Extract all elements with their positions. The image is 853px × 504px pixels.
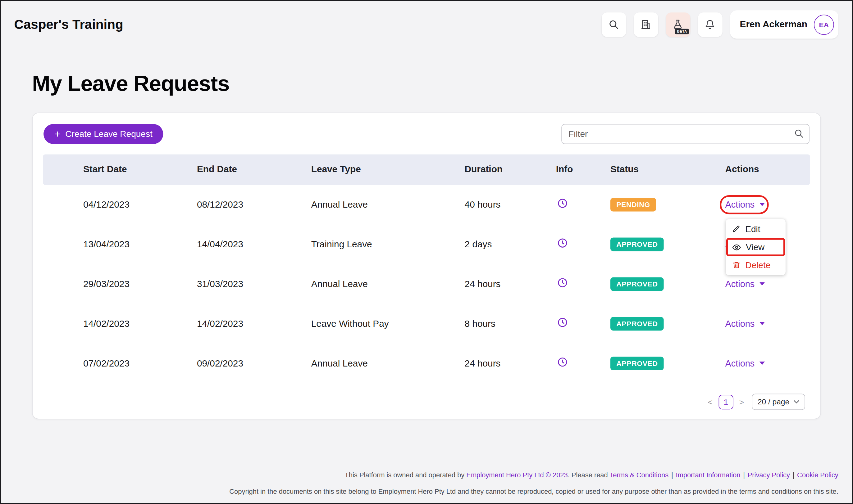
cell-end-date: 08/12/2023 — [197, 199, 311, 210]
actions-label: Actions — [725, 319, 754, 329]
cell-leave-type: Leave Without Pay — [311, 319, 465, 329]
prev-page-button[interactable]: < — [708, 397, 713, 407]
status-badge: APPROVED — [610, 238, 664, 251]
beta-badge: BETA — [675, 29, 689, 34]
view-eye-icon — [732, 243, 741, 251]
status-badge: APPROVED — [610, 357, 664, 370]
header-info: Info — [556, 164, 610, 175]
actions-dropdown-trigger[interactable]: Actions — [725, 199, 765, 210]
header-status: Status — [610, 164, 725, 175]
user-menu[interactable]: Eren Ackerman EA — [730, 10, 838, 38]
create-leave-request-button[interactable]: + Create Leave Request — [43, 124, 163, 144]
caret-down-icon — [760, 203, 765, 206]
actions-label: Actions — [725, 279, 754, 289]
menu-item-label: Edit — [745, 224, 760, 234]
header-duration: Duration — [465, 164, 556, 175]
top-bar-right: BETA Eren Ackerman EA — [602, 10, 838, 38]
cell-leave-type: Annual Leave — [311, 199, 465, 210]
cell-leave-type: Training Leave — [311, 239, 465, 250]
footer-line-2: Copyright in the documents on this site … — [229, 483, 838, 500]
info-clock-icon[interactable] — [556, 357, 568, 367]
header-actions: Actions — [725, 164, 810, 175]
filter-input[interactable] — [561, 124, 810, 144]
caret-down-icon — [760, 282, 765, 286]
cell-start-date: 29/03/2023 — [43, 279, 197, 290]
cell-end-date: 14/02/2023 — [197, 319, 311, 329]
table-row: 29/03/2023 31/03/2023 Annual Leave 24 ho… — [43, 264, 810, 304]
cell-end-date: 31/03/2023 — [197, 279, 311, 290]
actions-label: Actions — [725, 199, 754, 210]
cell-start-date: 14/02/2023 — [43, 319, 197, 329]
search-button[interactable] — [602, 12, 626, 37]
cell-end-date: 09/02/2023 — [197, 358, 311, 369]
delete-trash-icon — [732, 261, 740, 269]
privacy-policy-link[interactable]: Privacy Policy — [748, 471, 790, 479]
organisation-button[interactable] — [634, 12, 658, 37]
table-row: 04/12/2023 08/12/2023 Annual Leave 40 ho… — [43, 185, 810, 225]
caret-down-icon — [760, 322, 765, 325]
menu-item-delete[interactable]: Delete — [726, 256, 786, 274]
footer-text: This Platform is owned and operated by — [345, 471, 466, 479]
building-icon — [641, 19, 651, 30]
info-clock-icon[interactable] — [556, 198, 568, 209]
cell-leave-type: Annual Leave — [311, 279, 465, 290]
app-title: Casper's Training — [14, 17, 123, 32]
cell-end-date: 14/04/2023 — [197, 239, 311, 250]
info-clock-icon[interactable] — [556, 277, 568, 288]
cell-duration: 24 hours — [465, 279, 556, 290]
terms-conditions-link[interactable]: Terms & Conditions — [609, 471, 668, 479]
company-link[interactable]: Employment Hero Pty Ltd © 2023 — [466, 471, 568, 479]
top-bar: Casper's Training BETA Eren Ackerman EA — [1, 1, 852, 48]
menu-item-label: View — [746, 242, 764, 252]
info-clock-icon[interactable] — [556, 238, 568, 249]
caret-down-icon — [760, 362, 765, 365]
menu-item-view[interactable]: View — [726, 238, 786, 256]
footer-separator: | — [671, 471, 673, 479]
leave-requests-table: Start Date End Date Leave Type Duration … — [43, 155, 810, 383]
cell-duration: 24 hours — [465, 358, 556, 369]
menu-item-edit[interactable]: Edit — [726, 220, 786, 238]
table-row: 07/02/2023 09/02/2023 Annual Leave 24 ho… — [43, 344, 810, 383]
table-header-row: Start Date End Date Leave Type Duration … — [43, 155, 810, 185]
cell-duration: 8 hours — [465, 319, 556, 329]
cell-start-date: 04/12/2023 — [43, 199, 197, 210]
cell-start-date: 07/02/2023 — [43, 358, 197, 369]
bell-icon — [705, 19, 716, 30]
footer-text: . Please read — [568, 471, 610, 479]
info-clock-icon[interactable] — [556, 317, 568, 328]
user-name: Eren Ackerman — [740, 19, 807, 30]
leave-requests-card: + Create Leave Request Start Date End Da… — [32, 113, 821, 419]
actions-dropdown-menu: Edit View Delete — [726, 219, 786, 275]
flask-icon — [673, 19, 683, 30]
menu-item-label: Delete — [745, 260, 770, 270]
footer-separator: | — [743, 471, 745, 479]
search-icon — [609, 19, 620, 30]
cookie-policy-link[interactable]: Cookie Policy — [797, 471, 838, 479]
actions-dropdown-trigger[interactable]: Actions — [725, 319, 765, 329]
header-start-date: Start Date — [43, 164, 197, 175]
actions-dropdown-trigger[interactable]: Actions — [725, 358, 765, 368]
plus-icon: + — [54, 129, 60, 139]
search-icon — [794, 128, 804, 139]
cell-leave-type: Annual Leave — [311, 358, 465, 369]
header-end-date: End Date — [197, 164, 311, 175]
create-leave-request-label: Create Leave Request — [65, 129, 152, 139]
status-badge: PENDING — [610, 198, 656, 212]
footer: This Platform is owned and operated by E… — [229, 467, 838, 500]
beta-features-button[interactable]: BETA — [666, 12, 690, 37]
important-information-link[interactable]: Important Information — [676, 471, 740, 479]
next-page-button[interactable]: > — [739, 397, 744, 407]
chevron-down-icon — [794, 400, 799, 403]
app-window: Casper's Training BETA Eren Ackerman EA … — [0, 0, 853, 504]
footer-separator: | — [793, 471, 795, 479]
header-leave-type: Leave Type — [311, 164, 465, 175]
page-size-value: 20 / page — [758, 398, 789, 406]
current-page-button[interactable]: 1 — [718, 394, 733, 409]
notifications-button[interactable] — [698, 12, 723, 37]
card-toolbar: + Create Leave Request — [33, 113, 820, 144]
edit-pencil-icon — [732, 225, 740, 233]
table-row: 14/02/2023 14/02/2023 Leave Without Pay … — [43, 304, 810, 344]
actions-dropdown-trigger[interactable]: Actions — [725, 279, 765, 289]
page-size-select[interactable]: 20 / page — [752, 394, 805, 410]
filter-box — [561, 124, 810, 144]
